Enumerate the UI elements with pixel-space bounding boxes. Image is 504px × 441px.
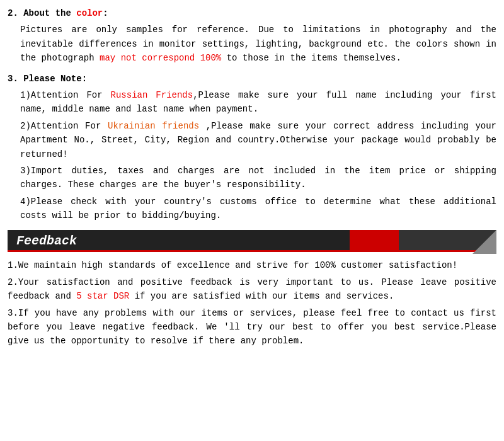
item4-text: 4)Please check with your country's custo… <box>20 197 496 220</box>
please-note-number: 3. <box>8 74 18 84</box>
main-content: 2. About the color: Pictures are only sa… <box>8 6 496 355</box>
item1-prefix: 1)Attention For <box>20 90 111 100</box>
please-note-item1: 1)Attention For Russian Friends,Please m… <box>20 88 496 117</box>
item3-text: 3)Import duties, taxes and charges are n… <box>20 166 496 190</box>
feedback-header-bar <box>8 250 496 252</box>
section-please-note: 3. Please Note: 1)Attention For Russian … <box>8 72 496 223</box>
feedback-item1-text: 1.We maintain high standards of excellen… <box>8 260 457 270</box>
color-para1: Pictures are only samples for reference.… <box>20 23 496 65</box>
color-title-colon: : <box>103 8 108 18</box>
feedback-section: 1.We maintain high standards of excellen… <box>8 258 496 348</box>
feedback-item2: 2.Your satisfaction and positive feedbac… <box>8 275 496 304</box>
five-star-dsr: 5 star DSR <box>76 291 129 301</box>
color-section-title-text: About the <box>23 8 71 18</box>
russian-friends-text: Russian Friends <box>111 90 193 100</box>
color-word: color <box>76 8 103 18</box>
item2-prefix: 2)Attention For <box>20 121 108 131</box>
feedback-item2-suffix: if you are satisfied with our items and … <box>129 291 394 301</box>
please-note-item3: 3)Import duties, taxes and charges are n… <box>20 164 496 192</box>
feedback-item1: 1.We maintain high standards of excellen… <box>8 258 496 272</box>
color-para1-colored: may not correspond 100% <box>100 53 221 63</box>
please-note-item4: 4)Please check with your country's custo… <box>20 195 496 223</box>
ukrainian-friends-text: Ukrainian friends <box>108 121 199 131</box>
please-note-item2: 2)Attention For Ukrainian friends ,Pleas… <box>20 119 496 161</box>
feedback-header: Feedback <box>8 230 496 252</box>
feedback-item3: 3.If you have any problems with our item… <box>8 306 496 348</box>
color-section-number: 2. <box>8 8 18 18</box>
section-color: 2. About the color: Pictures are only sa… <box>8 6 496 66</box>
please-note-title: 3. Please Note: <box>8 72 496 86</box>
color-section-title: 2. About the color: <box>8 6 496 20</box>
feedback-title: Feedback <box>16 234 77 248</box>
feedback-item3-text: 3.If you have any problems with our item… <box>8 308 496 346</box>
color-para1-end: to those in the items themselves. <box>227 53 401 63</box>
please-note-title-text: Please Note <box>23 74 81 84</box>
